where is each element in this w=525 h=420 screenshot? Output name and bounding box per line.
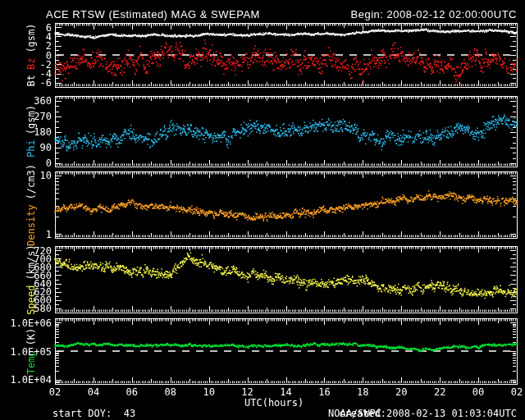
y-tick-label: 10 [40,171,52,180]
x-tick-label: 22 [428,387,451,397]
y-tick-label: 1.0E+04 [10,375,52,385]
y-axis-title-part: Bt [25,75,37,86]
y-tick-label: 90 [40,143,52,153]
x-tick-label: 04 [82,387,105,397]
x-tick-label: 08 [159,387,182,397]
panel-mag [55,23,517,87]
x-tick-label: 06 [121,387,144,397]
y-tick-label: 270 [34,112,52,121]
footer-created-timestamp: created:2008-02-13 01:03:04UTC [339,409,517,418]
x-tick-label: 18 [351,387,374,397]
x-tick-label: 10 [198,387,221,397]
footer-start-doy: start DOY: 43 [52,409,135,418]
ace-rtsw-figure: ACE RTSW (Estimated) MAG & SWEPAM Begin:… [0,0,525,420]
y-tick-label: 1.0E+06 [10,318,52,328]
panel-temp [55,318,517,384]
y-tick-label: 580 [34,304,52,313]
y-tick-label: 1.0E+05 [10,347,52,357]
panel-phi [55,96,517,167]
y-axis-title-part: Density [25,204,37,246]
x-tick-label: 00 [467,387,490,397]
x-axis-label: UTC(hours) [244,398,304,408]
x-tick-label: 02 [43,387,66,397]
x-tick-label: 16 [313,387,336,397]
y-tick-label: 180 [34,127,52,137]
y-tick-label: 1 [46,230,52,240]
y-axis-title-part: (/cm3) [25,164,37,199]
y-axis-title-part: (K) [25,328,37,346]
panel-speed [55,246,517,313]
y-axis-title-mag: BtBz(gsm) [25,21,37,89]
x-tick-label: 02 [505,387,525,397]
x-tick-label: 12 [236,387,259,397]
y-axis-title-part: (gsm) [25,23,37,52]
begin-timestamp: Begin: 2008-02-12 02:00:00UTC [351,9,517,20]
y-tick-label: 360 [34,96,52,106]
page-title: ACE RTSW (Estimated) MAG & SWEPAM [46,9,260,20]
panel-density [55,171,517,238]
x-tick-label: 20 [390,387,413,397]
y-tick-label: -6 [40,78,52,88]
x-tick-label: 14 [275,387,298,397]
y-axis-title-part: Bz [25,58,37,70]
y-axis-title-part: Phi [25,139,37,158]
y-axis-title-density: Density(/cm3) [25,162,37,249]
y-tick-label: 0 [46,158,52,168]
